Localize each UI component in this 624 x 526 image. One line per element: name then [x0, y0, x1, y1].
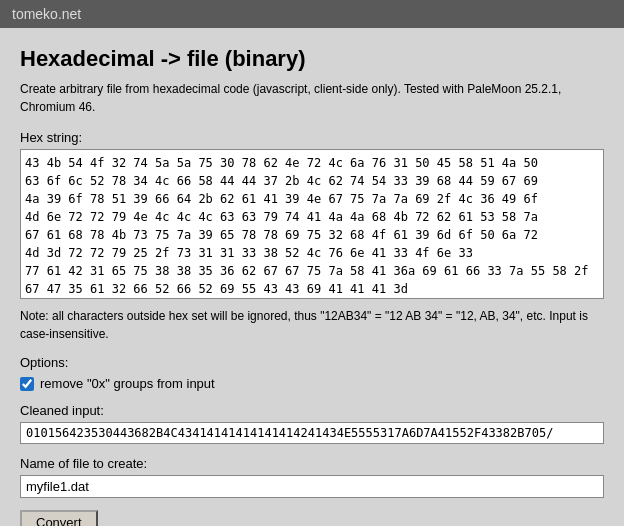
site-title: tomeko.net	[12, 6, 81, 22]
filename-input[interactable]	[20, 475, 604, 498]
cleaned-input[interactable]	[20, 422, 604, 444]
remove-0x-checkbox[interactable]	[20, 377, 34, 391]
note-text: Note: all characters outside hex set wil…	[20, 307, 604, 343]
hex-input[interactable]: 43 4b 54 4f 32 74 5a 5a 75 30 78 62 4e 7…	[20, 149, 604, 299]
options-label: Options:	[20, 355, 604, 370]
remove-0x-option: remove "0x" groups from input	[20, 376, 604, 391]
titlebar: tomeko.net	[0, 0, 624, 28]
hex-label: Hex string:	[20, 130, 604, 145]
cleaned-label: Cleaned input:	[20, 403, 604, 418]
filename-label: Name of file to create:	[20, 456, 604, 471]
remove-0x-label: remove "0x" groups from input	[40, 376, 215, 391]
convert-button[interactable]: Convert	[20, 510, 98, 526]
page-description: Create arbitrary file from hexadecimal c…	[20, 80, 604, 116]
page-title: Hexadecimal -> file (binary)	[20, 46, 604, 72]
main-content: Hexadecimal -> file (binary) Create arbi…	[0, 28, 624, 526]
